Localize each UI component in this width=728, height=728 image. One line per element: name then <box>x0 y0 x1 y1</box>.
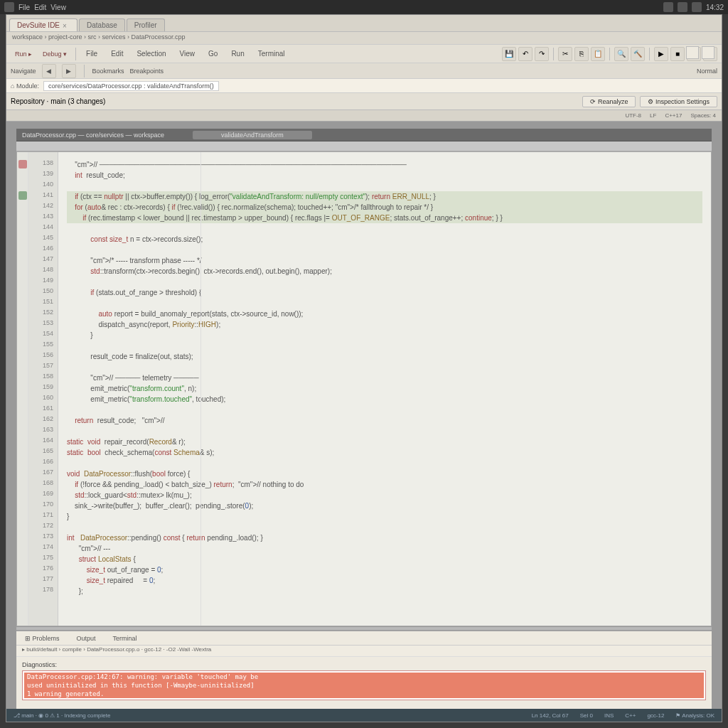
build-command-line: ▸ build/default › compile › DataProcesso… <box>16 646 712 657</box>
nav-back-icon[interactable]: ◀ <box>42 64 56 78</box>
menu-run[interactable]: Run <box>225 48 250 59</box>
editor-file-title: DataProcessor.cpp — core/services — work… <box>22 132 164 139</box>
nav-fwd-icon[interactable]: ▶ <box>62 64 76 78</box>
tab-terminal[interactable]: Terminal <box>109 633 141 643</box>
panel-toggle-1-icon[interactable] <box>686 46 699 59</box>
bookmark-marker-icon[interactable] <box>18 191 27 200</box>
menu-file[interactable]: File <box>80 48 103 59</box>
close-icon[interactable]: × <box>63 22 70 29</box>
code-editor[interactable]: 1381391401411421431441451461471481491501… <box>16 151 712 626</box>
indent-setting[interactable]: Spaces: 4 <box>690 112 716 119</box>
tab-label: Database <box>87 21 117 29</box>
tool-undo-icon[interactable]: ↶ <box>518 47 532 61</box>
battery-icon[interactable] <box>692 2 702 12</box>
vcs-action-row: Repository · main (3 changes) ⟳ Reanalyz… <box>6 93 722 110</box>
os-taskbar: File Edit View 14:32 <box>0 0 728 14</box>
run-button[interactable]: Run ▸ <box>11 50 36 58</box>
editor-header: DataProcessor.cpp — core/services — work… <box>16 129 712 141</box>
reanalyze-button[interactable]: ⟳ Reanalyze <box>582 96 636 107</box>
output-panel: ⊞ Problems Output Terminal ▸ build/defau… <box>16 631 712 709</box>
clock[interactable]: 14:32 <box>706 4 724 11</box>
error-marker-icon[interactable] <box>18 160 27 168</box>
os-menu-file[interactable]: File <box>18 4 30 11</box>
tool-build-icon[interactable]: 🔨 <box>631 47 645 61</box>
tool-stop-icon[interactable]: ■ <box>670 47 685 61</box>
cursor-position[interactable]: Ln 142, Col 67 <box>532 712 569 719</box>
vcs-status[interactable]: Repository · main (3 changes) <box>11 97 105 105</box>
diagnostic-row[interactable]: 1 warning generated. <box>24 690 704 698</box>
tab-label: DevSuite IDE <box>17 21 60 29</box>
tab-label: Profiler <box>134 21 157 29</box>
network-icon[interactable] <box>663 2 673 12</box>
editor-viewport: DataProcessor.cpp — core/services — work… <box>6 122 722 709</box>
panel-toggle-2-icon[interactable] <box>702 46 714 59</box>
breadcrumb[interactable]: workspace › project-core › src › service… <box>6 32 722 45</box>
menu-go[interactable]: Go <box>203 48 223 59</box>
editor-mode[interactable]: Normal <box>697 68 717 75</box>
tool-copy-icon[interactable]: ⎘ <box>574 47 589 61</box>
tab-output[interactable]: Output <box>73 633 100 643</box>
menu-terminal[interactable]: Terminal <box>252 48 291 59</box>
window-tab-db[interactable]: Database <box>79 18 125 31</box>
main-toolbar: Run ▸ Debug ▾ File Edit Selection View G… <box>6 45 722 63</box>
os-menu-view[interactable]: View <box>50 4 66 11</box>
tool-search-icon[interactable]: 🔍 <box>614 47 628 61</box>
line-ending[interactable]: LF <box>650 112 656 119</box>
language-std[interactable]: C++17 <box>665 112 682 119</box>
analysis-status[interactable]: ⚑ Analysis: OK <box>675 712 714 719</box>
debug-config-button[interactable]: Debug ▾ <box>38 50 71 58</box>
diagnostics-list[interactable]: DataProcessor.cpp:142:67: warning: varia… <box>22 670 706 700</box>
nav-bookmarks[interactable]: Bookmarks <box>92 68 124 75</box>
nav-breakpoints[interactable]: Breakpoints <box>130 68 164 75</box>
window-tab-profiler[interactable]: Profiler <box>127 18 165 31</box>
insert-mode[interactable]: INS <box>604 712 614 719</box>
file-status-strip: UTF-8 LF C++17 Spaces: 4 <box>6 110 722 122</box>
language-mode[interactable]: C++ <box>625 712 636 719</box>
diagnostics-label: Diagnostics: <box>22 661 706 668</box>
tool-save-icon[interactable]: 💾 <box>502 47 516 61</box>
editor-symbol-pill[interactable]: validateAndTransform <box>193 131 312 139</box>
code-body[interactable]: "cm">// ────────────────────────────────… <box>58 152 711 626</box>
tool-paste-icon[interactable]: 📋 <box>591 47 605 61</box>
status-left[interactable]: ⎇ main · ◉ 0 ⚠ 1 · Indexing complete <box>14 712 110 719</box>
tool-redo-icon[interactable]: ↷ <box>535 47 549 61</box>
diagnostic-row[interactable]: used uninitialized in this function [-Wm… <box>24 681 704 690</box>
diagnostic-row[interactable]: DataProcessor.cpp:142:67: warning: varia… <box>24 673 704 681</box>
window-tabs: DevSuite IDE × Database Profiler <box>6 15 722 32</box>
tool-play-icon[interactable]: ▶ <box>654 47 668 61</box>
menu-selection[interactable]: Selection <box>131 48 171 59</box>
inspection-settings-button[interactable]: ⚙ Inspection Settings <box>640 96 717 107</box>
os-menu-edit[interactable]: Edit <box>34 4 46 11</box>
output-tabs: ⊞ Problems Output Terminal <box>16 631 712 646</box>
secondary-toolbar: Navigate ◀ ▶ Bookmarks Breakpoints Norma… <box>6 63 722 79</box>
line-number-gutter: 1381391401411421431441451461471481491501… <box>28 152 58 626</box>
editor-ruler <box>16 141 712 151</box>
volume-icon[interactable] <box>678 2 687 12</box>
window-tab-ide[interactable]: DevSuite IDE × <box>9 18 77 31</box>
menu-edit[interactable]: Edit <box>105 48 129 59</box>
ide-window: DevSuite IDE × Database Profiler workspa… <box>6 14 722 722</box>
tool-cut-icon[interactable]: ✂ <box>558 47 572 61</box>
menu-view[interactable]: View <box>174 48 201 59</box>
module-label: ⌂ Module: <box>11 82 39 90</box>
module-path-row: ⌂ Module: core/services/DataProcessor.cp… <box>6 79 722 93</box>
marker-column <box>17 152 28 626</box>
selection-count[interactable]: Sel 0 <box>580 712 593 719</box>
compiler[interactable]: gcc-12 <box>647 712 664 719</box>
status-bar: ⎇ main · ◉ 0 ⚠ 1 · Indexing complete Ln … <box>6 709 722 722</box>
encoding[interactable]: UTF-8 <box>625 112 641 119</box>
activities-icon[interactable] <box>4 2 14 12</box>
module-path-value[interactable]: core/services/DataProcessor.cpp : valida… <box>43 81 219 91</box>
nav-navigate[interactable]: Navigate <box>11 68 36 75</box>
tab-problems[interactable]: ⊞ Problems <box>21 633 64 643</box>
